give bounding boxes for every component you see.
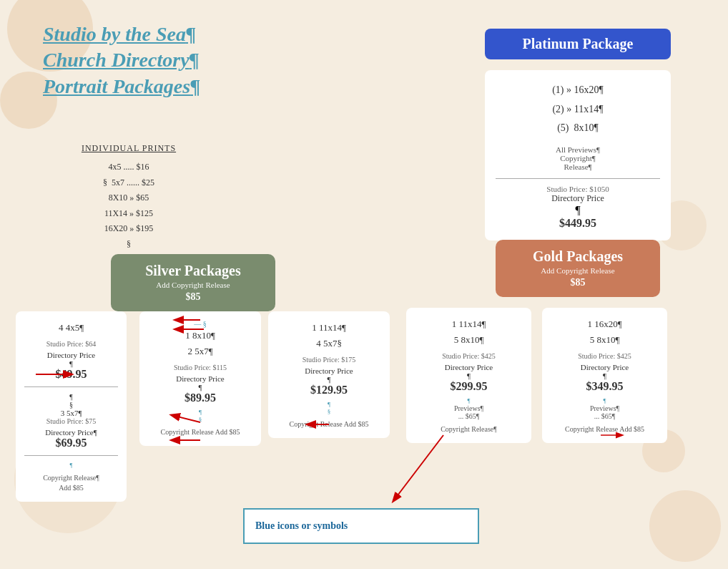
silver-card-2: — § 1 8x10¶2 5x7¶ Studio Price: $115 Dir…	[139, 311, 261, 446]
silver-card1-dir-label2: Directory Price¶	[24, 428, 118, 437]
gold-card2-previews: Previews¶... $65¶	[551, 404, 659, 420]
silver-card1-dir-label: Directory Price	[24, 351, 118, 359]
prints-list: 4x5 ..... $16 § 5x7 ...... $25 8X10 » $6…	[57, 160, 200, 253]
title-section: Studio by the Sea¶ Church Directory¶ Por…	[43, 21, 293, 99]
silver-card1-studio: Studio Price: $64	[24, 340, 118, 348]
silver-card3-studio: Studio Price: $175	[277, 356, 381, 364]
silver-card3-copyright: Copyright Release Add $85	[277, 419, 381, 429]
silver-card3-dir-label: Directory Price	[277, 366, 381, 375]
platinum-dir-label: Directory Price	[496, 193, 660, 204]
platinum-header: Platinum Package	[485, 29, 671, 59]
silver-header-title: Silver Packages	[122, 263, 265, 279]
silver-card2-section: §	[148, 416, 252, 423]
silver-card2-studio: Studio Price: $115	[148, 364, 252, 371]
gold-card2-dir-label: Directory Price	[551, 363, 659, 371]
individual-prints-title: INDIVIDUAL PRINTS	[57, 143, 200, 154]
silver-card1-copy-para: ¶	[24, 462, 118, 469]
silver-card1-dir-price: $49.95	[24, 368, 118, 381]
deco-circle-4	[649, 490, 721, 562]
platinum-note: All Previews¶Copyright¶Release¶	[496, 145, 660, 171]
gold-card1-dir-label: Directory Price	[415, 363, 523, 371]
platinum-items: (1) » 16x20¶(2) » 11x14¶(5) 8x10¶	[496, 81, 660, 138]
gold-card-2: 1 16x20¶5 8x10¶ Studio Price: $425 Direc…	[542, 308, 667, 443]
silver-header-price: $85	[122, 291, 265, 303]
print-item-4: 11X14 » $125	[57, 206, 200, 222]
silver-card3-items: 1 11x14¶4 5x7§	[277, 320, 381, 351]
silver-card1-dir-price2: $69.95	[24, 437, 118, 449]
platinum-content: (1) » 16x20¶(2) » 11x14¶(5) 8x10¶ All Pr…	[485, 70, 671, 240]
gold-header-price: $85	[506, 277, 649, 288]
main-title: Studio by the Sea¶ Church Directory¶ Por…	[43, 21, 293, 99]
gold-header-title: Gold Packages	[506, 248, 649, 265]
title-line3: Portrait Packages	[43, 75, 190, 97]
gold-card2-items: 1 16x20¶5 8x10¶	[551, 316, 659, 348]
svg-line-6	[393, 435, 443, 501]
gold-card2-copyright: Copyright Release Add $85	[551, 424, 659, 434]
print-item-1: 4x5 ..... $16	[57, 160, 200, 175]
gold-card1-items: 1 11x14¶5 8x10¶	[415, 316, 523, 348]
gold-card1-copyright: Copyright Release¶	[415, 424, 523, 434]
print-item-3: 8X10 » $65	[57, 190, 200, 206]
platinum-studio-price: Studio Price: $1050	[496, 185, 660, 193]
gold-card1-para: ¶	[415, 397, 523, 404]
individual-prints: INDIVIDUAL PRINTS 4x5 ..... $16 § 5x7 ..…	[57, 143, 200, 253]
gold-card2-studio: Studio Price: $425	[551, 352, 659, 360]
silver-card3-dir-price: $129.95	[277, 384, 381, 397]
silver-card3-section: §	[277, 408, 381, 415]
gold-header: Gold Packages Add Copyright Release $85	[496, 240, 660, 297]
silver-card2-dir-label: Directory Price	[148, 374, 252, 383]
silver-card3-para: ¶	[277, 401, 381, 408]
gold-header-sub: Add Copyright Release	[506, 266, 649, 275]
gold-card2-para: ¶	[551, 397, 659, 404]
print-item-5: 16X20 » $195	[57, 221, 200, 237]
title-line2: Church Directory	[43, 49, 190, 71]
title-line1: Studio by the Sea	[43, 23, 186, 45]
gold-card1-previews: Previews¶... $65¶	[415, 404, 523, 420]
print-item-6: §	[57, 237, 200, 253]
silver-card-3: 1 11x14¶4 5x7§ Studio Price: $175 Direct…	[268, 311, 390, 438]
silver-header: Silver Packages Add Copyright Release $8…	[111, 254, 275, 311]
silver-card1-items: 4 4x5¶	[24, 320, 118, 336]
silver-card1-items2: 3 5x7¶	[24, 409, 118, 417]
gold-card2-dir-price: $349.95	[551, 380, 659, 393]
silver-header-sub: Add Copyright Release	[122, 281, 265, 289]
blue-icons-note: Blue icons or symbols	[243, 508, 479, 544]
blue-icons-text: Blue icons or symbols	[255, 520, 348, 531]
gold-card1-dir-price: $299.95	[415, 380, 523, 393]
silver-card2-copyright: Copyright Release Add $85	[148, 427, 252, 437]
silver-card2-dir-price: $89.95	[148, 392, 252, 404]
silver-card2-para: — §	[148, 320, 252, 328]
silver-card2-para2: ¶	[148, 409, 252, 416]
print-item-2: § 5x7 ...... $25	[57, 175, 200, 191]
silver-card1-studio2: Studio Price: $75	[24, 417, 118, 425]
gold-card-1: 1 11x14¶5 8x10¶ Studio Price: $425 Direc…	[406, 308, 531, 443]
gold-card1-studio: Studio Price: $425	[415, 352, 523, 360]
silver-card1-section: §	[24, 401, 118, 409]
silver-card1-copyright: Copyright Release¶Add $85	[24, 473, 118, 493]
silver-card1-para: ¶	[24, 393, 118, 401]
silver-card2-items: 1 8x10¶2 5x7¶	[148, 328, 252, 359]
platinum-dir-price: $449.95	[496, 217, 660, 230]
silver-card-1: 4 4x5¶ Studio Price: $64 Directory Price…	[16, 311, 127, 502]
platinum-box: Platinum Package (1) » 16x20¶(2) » 11x14…	[485, 29, 671, 240]
page-wrapper: Studio by the Sea¶ Church Directory¶ Por…	[0, 0, 728, 569]
